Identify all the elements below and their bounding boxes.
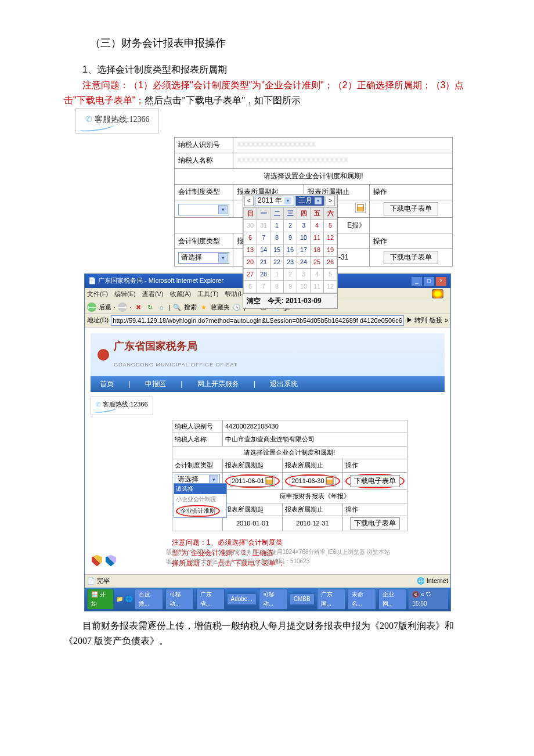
- task-item[interactable]: 可移动...: [259, 589, 287, 610]
- minimize-button[interactable]: _: [411, 276, 423, 286]
- cal-day[interactable]: 11: [311, 280, 324, 293]
- site-nav[interactable]: 首页 | 申报区 | 网上开票服务 | 退出系统: [91, 376, 445, 392]
- cal-day[interactable]: 4: [311, 219, 324, 232]
- favorites-label[interactable]: 收藏夹: [211, 303, 230, 313]
- home-icon[interactable]: ⌂: [157, 303, 166, 312]
- search-icon[interactable]: 🔍: [172, 303, 182, 312]
- forward-icon[interactable]: ⟶: [118, 303, 127, 312]
- address-input[interactable]: [111, 315, 404, 326]
- dropdown-opt-2[interactable]: 企业会计准则: [174, 505, 226, 517]
- task-item[interactable]: CMBB: [290, 593, 315, 605]
- cal-day[interactable]: 6: [244, 280, 257, 293]
- cal-day[interactable]: 17: [297, 244, 311, 256]
- task-item[interactable]: 未命名...: [348, 589, 376, 610]
- cal-day[interactable]: 1: [270, 219, 284, 232]
- calendar-icon[interactable]: [355, 203, 366, 213]
- cal-day[interactable]: 19: [324, 244, 337, 256]
- cal-day[interactable]: 16: [284, 244, 297, 256]
- cal-day[interactable]: 1: [270, 268, 284, 280]
- calendar-popup[interactable]: < 2011 年▾ 三月▾ > 日 一 二 三 四 五 六 30 31 1 2 …: [243, 194, 338, 309]
- cal-month-select[interactable]: 三月▾: [295, 196, 324, 206]
- cal-day[interactable]: 12: [324, 232, 337, 244]
- download-button-4[interactable]: 下载电子表单: [350, 517, 400, 530]
- back-icon[interactable]: ⟵: [87, 303, 96, 312]
- cal-day[interactable]: 18: [311, 244, 324, 256]
- favorites-icon[interactable]: ★: [199, 303, 208, 312]
- menu-edit[interactable]: 编辑(E): [114, 290, 136, 297]
- chevron-down-icon[interactable]: ▾: [218, 253, 228, 262]
- chevron-down-icon[interactable]: ▾: [284, 197, 291, 204]
- calendar-icon[interactable]: [326, 477, 334, 485]
- chevron-down-icon[interactable]: ▾: [218, 205, 228, 214]
- links-label[interactable]: 链接: [430, 315, 442, 326]
- cal-day[interactable]: 5: [324, 219, 337, 232]
- cal-day[interactable]: 3: [297, 219, 311, 232]
- cal-day[interactable]: 10: [297, 280, 311, 293]
- cal-day[interactable]: 3: [297, 268, 311, 280]
- type-select-cell[interactable]: ▾: [175, 200, 233, 217]
- cal-day[interactable]: 26: [324, 256, 337, 268]
- stop-icon[interactable]: ✖: [134, 303, 143, 312]
- cal-day[interactable]: 14: [257, 244, 270, 256]
- cal-day[interactable]: 24: [297, 256, 311, 268]
- cal-prev-button[interactable]: <: [244, 196, 254, 206]
- cal-day[interactable]: 13: [244, 244, 257, 256]
- cal-clear-button[interactable]: 清空: [243, 294, 264, 308]
- cal-day[interactable]: 4: [311, 268, 324, 280]
- cal-next-button[interactable]: >: [326, 196, 335, 206]
- cal-day[interactable]: 25: [311, 256, 324, 268]
- refresh-icon[interactable]: ↻: [145, 303, 154, 312]
- cal-day[interactable]: 7: [257, 232, 270, 244]
- task-item[interactable]: Adobe...: [227, 593, 257, 605]
- download-button-2[interactable]: 下载电子表单: [384, 251, 438, 264]
- nav-report[interactable]: 申报区: [145, 380, 166, 388]
- start-button[interactable]: 🪟 开始: [87, 589, 114, 610]
- menu-tool[interactable]: 工具(T): [197, 290, 218, 297]
- search-label[interactable]: 搜索: [184, 303, 197, 313]
- cal-day[interactable]: 21: [257, 256, 270, 268]
- cal-day[interactable]: 11: [311, 232, 324, 244]
- menu-file[interactable]: 文件(F): [87, 290, 108, 297]
- cal-day[interactable]: 9: [284, 280, 297, 293]
- cal-day[interactable]: 20: [244, 256, 257, 268]
- cal-day[interactable]: 22: [270, 256, 284, 268]
- calendar-icon[interactable]: [265, 477, 273, 485]
- cal-day[interactable]: 23: [284, 256, 297, 268]
- cal-year-select[interactable]: 2011 年▾: [255, 196, 294, 206]
- cal-day[interactable]: 7: [257, 280, 270, 293]
- cal-day[interactable]: 27: [244, 268, 257, 280]
- cal-day[interactable]: 9: [284, 232, 297, 244]
- cal-day[interactable]: 5: [324, 268, 337, 280]
- type-select-2[interactable]: 请选择▾: [178, 252, 229, 264]
- start-date-input[interactable]: 2011-06-01: [223, 472, 283, 489]
- history-icon[interactable]: 🕓: [232, 303, 241, 312]
- download-button[interactable]: 下载电子表单: [384, 202, 438, 215]
- cal-today-button[interactable]: 今天: 2011-03-09: [264, 294, 325, 308]
- cal-day[interactable]: 8: [270, 232, 284, 244]
- dropdown-opt-blank[interactable]: 小企业会计制度: [174, 494, 226, 505]
- quicklaunch-icon[interactable]: 📁: [116, 595, 123, 604]
- cal-day[interactable]: 15: [270, 244, 284, 256]
- download-button-3[interactable]: 下载电子表单: [350, 475, 400, 487]
- task-item[interactable]: 百度搜...: [135, 589, 163, 610]
- menu-view[interactable]: 查看(V): [142, 290, 164, 297]
- close-button[interactable]: ×: [435, 276, 447, 286]
- cal-day[interactable]: 2: [284, 268, 297, 280]
- task-item[interactable]: 企业网...: [378, 589, 407, 610]
- chevron-down-icon[interactable]: ▾: [315, 197, 322, 204]
- quicklaunch-icon[interactable]: 🌐: [125, 595, 132, 604]
- cal-day[interactable]: 6: [244, 232, 257, 244]
- maximize-button[interactable]: □: [423, 276, 435, 286]
- nav-logout[interactable]: 退出系统: [270, 380, 298, 388]
- task-item[interactable]: 广东国...: [317, 589, 345, 610]
- cal-day[interactable]: 2: [284, 219, 297, 232]
- cal-day[interactable]: 8: [270, 280, 284, 293]
- taskbar[interactable]: 🪟 开始 📁 🌐 百度搜... 可移动... 广东省... Adobe... 可…: [85, 588, 450, 611]
- cal-day[interactable]: 10: [297, 232, 311, 244]
- go-button[interactable]: ▶ 转到: [406, 315, 427, 326]
- cal-day[interactable]: 31: [257, 219, 270, 232]
- dropdown-opt-1[interactable]: 请选择: [174, 484, 226, 494]
- end-date-input[interactable]: 2011-06-30: [283, 472, 342, 489]
- cal-day[interactable]: 12: [324, 280, 337, 293]
- back-label[interactable]: 后退: [99, 303, 111, 313]
